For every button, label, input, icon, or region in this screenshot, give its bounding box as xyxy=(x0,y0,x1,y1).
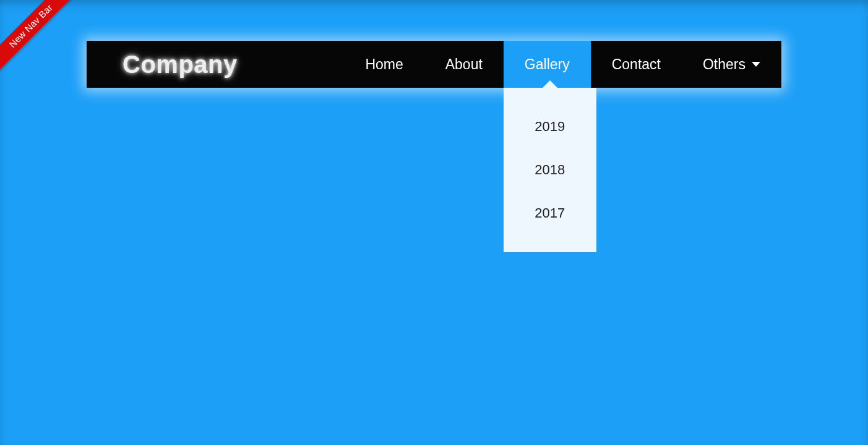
chevron-down-icon xyxy=(752,62,760,67)
gallery-dropdown-item[interactable]: 2019 xyxy=(504,105,596,148)
nav-menu: Home About Gallery 2019 2018 2017 Contac… xyxy=(344,41,781,88)
dropdown-item-label: 2017 xyxy=(535,205,565,221)
nav-item-home[interactable]: Home xyxy=(344,41,424,88)
nav-item-label: Others xyxy=(703,56,746,73)
corner-ribbon-text: New Nav Bar xyxy=(0,0,85,80)
gallery-dropdown: 2019 2018 2017 xyxy=(504,88,596,252)
nav-item-label: Contact xyxy=(612,56,661,73)
gallery-dropdown-item[interactable]: 2017 xyxy=(504,192,596,235)
nav-item-contact[interactable]: Contact xyxy=(591,41,682,88)
nav-item-label: Home xyxy=(365,56,403,73)
dropdown-item-label: 2019 xyxy=(535,119,565,134)
gallery-dropdown-item[interactable]: 2018 xyxy=(504,148,596,192)
nav-item-label: About xyxy=(445,56,483,73)
brand-logo-text[interactable]: Company xyxy=(87,51,278,78)
nav-item-gallery[interactable]: Gallery 2019 2018 2017 xyxy=(504,41,591,88)
nav-item-others[interactable]: Others xyxy=(682,41,781,88)
navbar: Company Home About Gallery 2019 2018 201… xyxy=(87,41,781,88)
dropdown-item-label: 2018 xyxy=(535,162,565,177)
nav-item-label: Gallery xyxy=(525,56,570,73)
corner-ribbon: New Nav Bar xyxy=(0,0,85,80)
nav-item-about[interactable]: About xyxy=(424,41,504,88)
